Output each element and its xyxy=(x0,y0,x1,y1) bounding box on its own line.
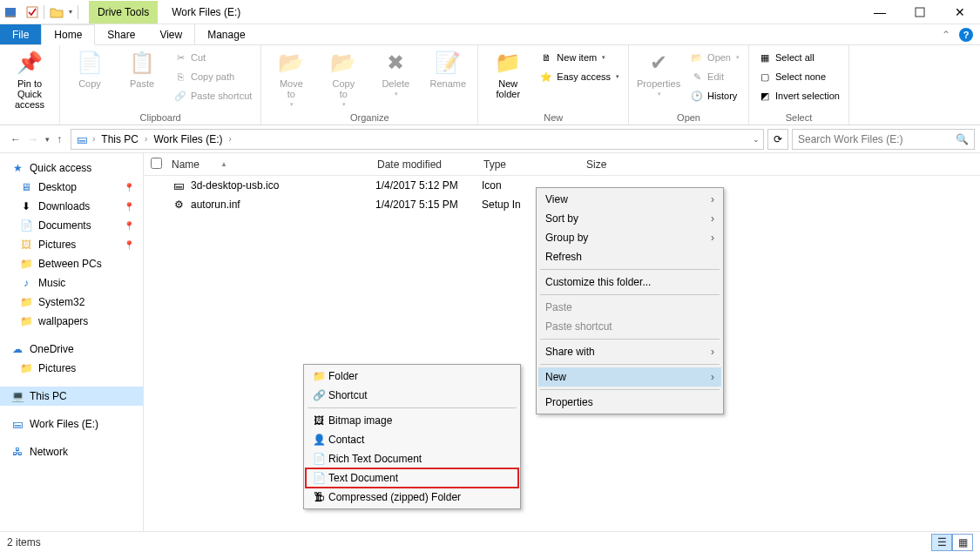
delete-button[interactable]: ✖ Delete▾ xyxy=(371,47,420,99)
easy-access-button[interactable]: ⭐Easy access ▾ xyxy=(536,68,623,85)
sidebar-network[interactable]: 🖧Network xyxy=(0,442,143,461)
tab-home[interactable]: Home xyxy=(41,24,95,45)
sidebar-item-downloads[interactable]: ⬇Downloads📍 xyxy=(0,197,143,216)
close-button[interactable]: ✕ xyxy=(940,0,980,24)
copy-button[interactable]: 📄 Copy xyxy=(65,47,114,91)
view-icons-button[interactable]: ▦ xyxy=(952,534,973,551)
folder-icon: 📁 xyxy=(19,295,33,309)
minimize-button[interactable]: — xyxy=(860,0,900,24)
cut-button[interactable]: ✂Cut xyxy=(170,49,255,66)
shortcut-icon: 🔗 xyxy=(309,389,328,401)
menu-customize[interactable]: Customize this folder... xyxy=(538,273,721,292)
address-bar[interactable]: 🖴 › This PC › Work Files (E:) › ⌄ xyxy=(71,129,764,150)
up-button[interactable]: ↑ xyxy=(57,133,62,145)
sidebar-item-system32[interactable]: 📁System32 xyxy=(0,293,143,312)
menu-sort-by[interactable]: Sort by› xyxy=(538,209,721,228)
invert-selection-button[interactable]: ◩Invert selection xyxy=(754,87,843,104)
qat-folder-icon[interactable] xyxy=(50,6,64,18)
collapse-ribbon-icon[interactable]: ⌃ xyxy=(942,29,950,41)
select-none-icon: ▢ xyxy=(758,70,772,84)
menu-paste-shortcut[interactable]: Paste shortcut xyxy=(538,317,721,336)
invert-icon: ◩ xyxy=(758,89,772,103)
sidebar-onedrive[interactable]: ☁OneDrive xyxy=(0,340,143,359)
maximize-button[interactable] xyxy=(900,0,940,24)
sidebar-item-documents[interactable]: 📄Documents📍 xyxy=(0,216,143,235)
submenu-rtf[interactable]: 📄Rich Text Document xyxy=(306,449,518,468)
properties-button[interactable]: ✔ Properties▾ xyxy=(634,47,683,99)
menu-view[interactable]: View› xyxy=(538,190,721,209)
search-input[interactable]: Search Work Files (E:) 🔍 xyxy=(792,129,975,150)
sidebar-item-desktop[interactable]: 🖥Desktop📍 xyxy=(0,178,143,197)
submenu-folder[interactable]: 📁Folder xyxy=(306,367,518,386)
submenu-text-document[interactable]: 📄Text Document xyxy=(306,468,518,488)
menu-refresh[interactable]: Refresh xyxy=(538,247,721,266)
edit-icon: ✎ xyxy=(690,70,704,84)
paste-shortcut-button[interactable]: 🔗Paste shortcut xyxy=(170,87,255,104)
column-type[interactable]: Type xyxy=(483,158,586,171)
tab-share[interactable]: Share xyxy=(95,24,147,44)
search-icon: 🔍 xyxy=(956,133,969,145)
sidebar-this-pc[interactable]: 💻This PC xyxy=(0,387,143,406)
refresh-button[interactable]: ⟳ xyxy=(767,129,788,150)
pin-to-quick-access-button[interactable]: 📌 Pin to Quick access xyxy=(5,47,54,111)
status-bar: 2 items ☰ ▦ xyxy=(0,531,980,552)
chevron-right-icon: › xyxy=(711,346,714,358)
column-name[interactable]: Name▲ xyxy=(172,158,377,171)
navigation-pane: ★Quick access 🖥Desktop📍 ⬇Downloads📍 📄Doc… xyxy=(0,153,144,531)
select-all-button[interactable]: ▦Select all xyxy=(754,49,843,66)
submenu-bitmap[interactable]: 🖼Bitmap image xyxy=(306,411,518,430)
submenu-zip[interactable]: 🗜Compressed (zipped) Folder xyxy=(306,488,518,507)
sidebar-item-wallpapers[interactable]: 📁wallpapers xyxy=(0,312,143,331)
back-button[interactable]: ← xyxy=(10,133,21,145)
tab-view[interactable]: View xyxy=(147,24,194,44)
new-folder-button[interactable]: 📁 New folder xyxy=(483,47,532,101)
submenu-shortcut[interactable]: 🔗Shortcut xyxy=(306,386,518,405)
sidebar-quick-access[interactable]: ★Quick access xyxy=(0,158,143,178)
menu-group-by[interactable]: Group by› xyxy=(538,228,721,247)
select-none-button[interactable]: ▢Select none xyxy=(754,68,843,85)
menu-properties[interactable]: Properties xyxy=(538,393,721,412)
history-button[interactable]: 🕑History xyxy=(686,87,743,104)
breadcrumb-drive[interactable]: Work Files (E:) xyxy=(151,133,225,145)
sidebar-drive[interactable]: 🖴Work Files (E:) xyxy=(0,414,143,434)
edit-button[interactable]: ✎Edit xyxy=(686,68,743,85)
open-button[interactable]: 📂Open ▾ xyxy=(686,49,743,66)
menu-new[interactable]: New› xyxy=(538,367,721,387)
copy-path-button[interactable]: ⎘Copy path xyxy=(170,68,255,85)
breadcrumb-thispc[interactable]: This PC xyxy=(98,133,141,145)
drive-tools-tab[interactable]: Drive Tools xyxy=(89,1,158,24)
menu-share-with[interactable]: Share with› xyxy=(538,342,721,361)
column-size[interactable]: Size xyxy=(586,158,656,171)
paste-button[interactable]: 📋 Paste xyxy=(118,47,166,91)
sidebar-item-between-pcs[interactable]: 📁Between PCs xyxy=(0,254,143,273)
window-title: Work Files (E:) xyxy=(161,6,240,18)
sidebar-item-od-pictures[interactable]: 📁Pictures xyxy=(0,359,143,378)
shortcut-icon: 🔗 xyxy=(173,89,187,103)
menu-paste[interactable]: Paste xyxy=(538,298,721,317)
help-icon[interactable]: ? xyxy=(959,28,973,42)
sidebar-item-music[interactable]: ♪Music xyxy=(0,273,143,293)
network-icon: 🖧 xyxy=(10,445,24,459)
submenu-contact[interactable]: 👤Contact xyxy=(306,430,518,449)
tab-manage[interactable]: Manage xyxy=(194,24,257,44)
tab-file[interactable]: File xyxy=(0,24,41,44)
move-to-button[interactable]: 📂 Move to▾ xyxy=(267,47,315,110)
text-file-icon: 📄 xyxy=(309,472,328,484)
forward-button[interactable]: → xyxy=(28,133,38,145)
address-dropdown-icon[interactable]: ⌄ xyxy=(753,135,760,144)
column-date[interactable]: Date modified xyxy=(377,158,483,171)
sidebar-item-pictures[interactable]: 🖼Pictures📍 xyxy=(0,235,143,254)
copy-to-button[interactable]: 📂 Copy to▾ xyxy=(319,47,368,110)
select-all-checkbox[interactable] xyxy=(151,158,162,169)
recent-dropdown[interactable]: ▾ xyxy=(45,135,50,144)
downloads-icon: ⬇ xyxy=(19,199,33,213)
qat-item[interactable] xyxy=(26,6,38,18)
new-item-button[interactable]: 🗎New item ▾ xyxy=(536,49,623,66)
new-folder-icon: 📁 xyxy=(494,49,522,77)
rename-button[interactable]: 📝 Rename xyxy=(423,47,472,91)
svg-rect-2 xyxy=(27,7,37,17)
desktop-icon: 🖥 xyxy=(19,180,33,194)
view-details-button[interactable]: ☰ xyxy=(931,534,952,551)
pin-icon: 📍 xyxy=(124,240,134,250)
svg-rect-0 xyxy=(5,8,16,16)
